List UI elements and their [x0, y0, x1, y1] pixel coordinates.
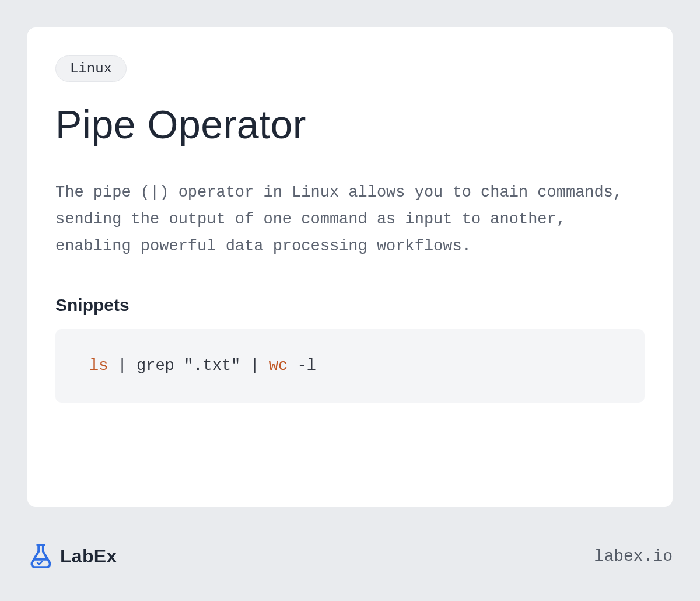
- flask-icon: [27, 543, 54, 569]
- page-title: Pipe Operator: [55, 102, 645, 147]
- code-token: -l: [288, 357, 316, 375]
- snippets-heading: Snippets: [55, 295, 645, 315]
- code-token-command: wc: [269, 357, 288, 375]
- code-token: ".txt": [184, 357, 240, 375]
- code-token: |: [240, 357, 269, 375]
- content-card: Linux Pipe Operator The pipe (|) operato…: [27, 27, 673, 507]
- code-snippet: ls | grep ".txt" | wc -l: [55, 329, 645, 403]
- code-token-command: ls: [89, 357, 108, 375]
- code-token: | grep: [108, 357, 184, 375]
- footer: LabEx labex.io: [27, 543, 673, 569]
- description-text: The pipe (|) operator in Linux allows yo…: [55, 180, 645, 260]
- brand: LabEx: [27, 543, 117, 569]
- brand-name: LabEx: [60, 546, 117, 567]
- site-url: labex.io: [594, 547, 673, 565]
- category-tag: Linux: [55, 55, 127, 82]
